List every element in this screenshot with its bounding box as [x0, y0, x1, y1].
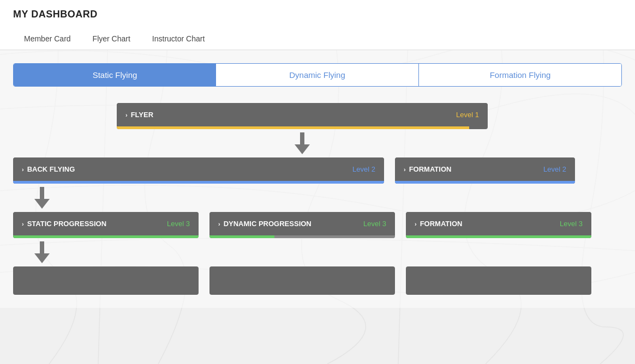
segment-tabs: Static Flying Dynamic Flying Formation F… — [13, 63, 622, 87]
chart-container: › FLYER Level 1 — [13, 103, 591, 295]
static-prog-chevron-icon: › — [22, 221, 24, 227]
col-formation-right-2: › FORMATION Level 3 — [406, 212, 591, 238]
arrow-2-wrapper — [13, 184, 591, 212]
formation1-chevron-icon: › — [404, 166, 406, 173]
dynamic-prog-card-wrapper: › DYNAMIC PROGRESSION Level 3 — [209, 212, 395, 238]
col-placeholder-2 — [209, 266, 395, 295]
header: MY DASHBOARD Member Card Flyer Chart Ins… — [0, 0, 635, 50]
formation2-card[interactable]: › FORMATION Level 3 — [406, 212, 591, 235]
placeholder-card-1[interactable] — [13, 266, 199, 295]
col-static-progression: › STATIC PROGRESSION Level 3 — [13, 212, 199, 238]
row-flyer: › FLYER Level 1 — [117, 103, 488, 129]
arrow-shaft-3 — [40, 241, 44, 253]
dynamic-prog-chevron-icon: › — [218, 221, 220, 227]
col-placeholder-1 — [13, 266, 199, 295]
arrow-down-3 — [34, 240, 50, 264]
row-level2: › BACK FLYING Level 2 — [13, 157, 591, 184]
arrow-down-2 — [34, 186, 50, 210]
arrow-3-wrapper — [13, 238, 591, 266]
row-level3: › STATIC PROGRESSION Level 3 — [13, 212, 591, 238]
formation1-card[interactable]: › FORMATION Level 2 — [395, 157, 575, 181]
placeholder-card-2[interactable] — [209, 266, 395, 295]
arrow-down-1 — [294, 131, 310, 155]
arrow-head-1 — [295, 144, 310, 154]
arrow-1-wrapper — [117, 129, 488, 157]
tab-flyer-chart[interactable]: Flyer Chart — [82, 29, 141, 50]
back-flying-card-wrapper: › BACK FLYING Level 2 — [13, 157, 384, 184]
flyer-card-wrapper: › FLYER Level 1 — [117, 103, 488, 129]
arrow-shaft-1 — [300, 132, 304, 144]
placeholder-card-3[interactable] — [406, 266, 591, 295]
formation2-level: Level 3 — [560, 220, 583, 228]
arrow-head-3 — [34, 253, 50, 263]
back-flying-level: Level 2 — [352, 165, 375, 173]
dynamic-prog-card[interactable]: › DYNAMIC PROGRESSION Level 3 — [209, 212, 395, 235]
arrow-shaft-2 — [40, 187, 44, 199]
tab-member-card[interactable]: Member Card — [13, 29, 82, 50]
back-flying-title: › BACK FLYING — [22, 165, 75, 173]
tab-static-flying[interactable]: Static Flying — [14, 64, 216, 86]
back-flying-card[interactable]: › BACK FLYING Level 2 — [13, 157, 384, 181]
tab-instructor-chart[interactable]: Instructor Chart — [141, 29, 215, 50]
static-prog-title: › STATIC PROGRESSION — [22, 220, 106, 228]
dynamic-prog-title: › DYNAMIC PROGRESSION — [218, 220, 311, 228]
dynamic-prog-level: Level 3 — [363, 220, 386, 228]
static-prog-card-wrapper: › STATIC PROGRESSION Level 3 — [13, 212, 199, 238]
flyer-level-badge: Level 1 — [456, 111, 479, 119]
formation2-chevron-icon: › — [415, 221, 417, 227]
formation1-card-wrapper: › FORMATION Level 2 — [395, 157, 575, 184]
main-content: Static Flying Dynamic Flying Formation F… — [0, 50, 635, 308]
tab-dynamic-flying[interactable]: Dynamic Flying — [216, 64, 419, 86]
formation1-title: › FORMATION — [404, 165, 451, 173]
col-formation-right-1: › FORMATION Level 2 — [395, 157, 575, 184]
arrow-head-2 — [34, 199, 50, 209]
back-flying-chevron-icon: › — [22, 166, 24, 173]
formation2-title: › FORMATION — [415, 220, 462, 228]
col-back-flying: › BACK FLYING Level 2 — [13, 157, 384, 184]
col-placeholder-3 — [406, 266, 591, 295]
col-dynamic-progression: › DYNAMIC PROGRESSION Level 3 — [209, 212, 395, 238]
flyer-card[interactable]: › FLYER Level 1 — [117, 103, 488, 126]
row-level4 — [13, 266, 591, 295]
flyer-card-title: › FLYER — [125, 111, 153, 119]
page-title: MY DASHBOARD — [13, 9, 622, 20]
static-prog-card[interactable]: › STATIC PROGRESSION Level 3 — [13, 212, 199, 235]
tab-formation-flying[interactable]: Formation Flying — [419, 64, 621, 86]
formation1-level: Level 2 — [543, 165, 566, 173]
formation2-card-wrapper: › FORMATION Level 3 — [406, 212, 591, 238]
flyer-chevron-icon: › — [125, 112, 128, 118]
static-prog-level: Level 3 — [167, 220, 190, 228]
main-nav: Member Card Flyer Chart Instructor Chart — [13, 29, 622, 50]
